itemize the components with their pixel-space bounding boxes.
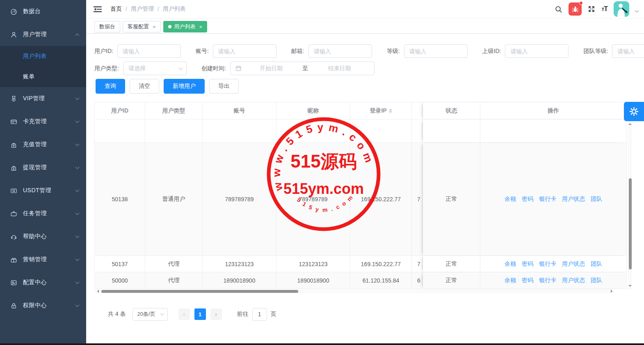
export-button[interactable]: 导出 (209, 79, 239, 94)
bug-report-button[interactable] (569, 2, 582, 16)
sidebar-item-dashboard[interactable]: 数据台 (0, 0, 86, 23)
chevron-down-icon (75, 303, 80, 307)
breadcrumb-home[interactable]: 首页 (110, 5, 122, 13)
query-button[interactable]: 查询 (96, 79, 125, 94)
team-level-input[interactable] (612, 44, 644, 58)
collapse-sidebar-icon[interactable] (93, 6, 102, 13)
vertical-scrollbar[interactable] (628, 121, 632, 289)
column-settings-button[interactable] (624, 102, 644, 121)
cell-login-ip: 169.150.222.77 (350, 143, 412, 255)
sidebar-item-withdraw-management[interactable]: 提现管理 (0, 156, 86, 179)
breadcrumb-user-management[interactable]: 用户管理 (131, 5, 154, 13)
fixed-columns (423, 120, 626, 143)
cell-actions (480, 120, 626, 143)
balance-link[interactable]: 余额 (505, 196, 516, 203)
chevron-down-icon (75, 96, 80, 100)
account-input[interactable] (213, 44, 276, 58)
vertical-scrollbar-thumb[interactable] (629, 178, 632, 269)
sidebar-item-help-center[interactable]: 帮助中心 (0, 225, 86, 248)
sidebar-item-card-recharge[interactable]: 卡充管理 (0, 110, 86, 133)
gear-icon (629, 107, 639, 116)
user-status-link[interactable]: 用户状态 (562, 196, 585, 203)
sidebar-item-recharge-management[interactable]: 充值管理 (0, 133, 86, 156)
sidebar-item-label: 帮助中心 (23, 233, 76, 240)
account-label: 账号: (196, 48, 209, 55)
page-size-select[interactable]: 20条/页 (132, 308, 168, 321)
cell-login-ip: 169.150.222.77 (350, 256, 412, 272)
horizontal-scrollbar[interactable] (95, 289, 614, 293)
scroll-right-arrow-icon[interactable] (611, 290, 614, 293)
sidebar-subitem-user-list[interactable]: 用户列表 (0, 46, 86, 67)
sidebar-item-user-management[interactable]: 用户管理 (0, 23, 86, 46)
user-type-select[interactable]: 请选择 (123, 62, 187, 75)
calendar-icon (235, 65, 242, 71)
search-icon[interactable] (555, 5, 562, 13)
level-input[interactable] (404, 44, 468, 58)
tab-customer-service-config[interactable]: 客服配置 × (123, 21, 161, 32)
bank-card-link[interactable]: 银行卡 (539, 277, 556, 284)
config-panel-icon (10, 279, 18, 287)
dashboard-icon (10, 8, 18, 16)
scroll-down-arrow-icon[interactable] (628, 285, 632, 288)
level-label: 等级: (387, 48, 400, 55)
password-link[interactable]: 密码 (522, 260, 533, 268)
clear-button[interactable]: 清空 (130, 79, 159, 94)
fixed-columns: 正常 余额 密码 银行卡 用户状态 团队 (423, 272, 626, 288)
user-table: 用户ID 用户类型 账号 昵称 登录IP 状态 操作 (94, 102, 627, 289)
scroll-up-arrow-icon[interactable] (628, 122, 632, 125)
user-type-label: 用户类型: (94, 65, 119, 72)
parent-id-input[interactable] (505, 44, 569, 58)
user-id-input[interactable] (117, 44, 181, 58)
password-link[interactable]: 密码 (522, 196, 533, 203)
goto-page-input[interactable] (252, 308, 267, 321)
cell-status: 正常 (423, 256, 480, 272)
scroll-left-arrow-icon[interactable] (96, 290, 99, 293)
email-input[interactable] (308, 44, 372, 58)
cell-user-id: 50138 (95, 143, 145, 255)
sidebar-item-config-center[interactable]: 配置中心 (0, 271, 86, 294)
next-page-button[interactable]: › (210, 308, 222, 320)
end-date-placeholder[interactable]: 结束日期 (310, 65, 369, 72)
balance-link[interactable]: 余额 (505, 277, 516, 284)
team-link[interactable]: 团队 (591, 277, 602, 284)
balance-link[interactable]: 余额 (505, 260, 516, 268)
bank-card-link[interactable]: 银行卡 (539, 196, 556, 203)
user-status-link[interactable]: 用户状态 (562, 260, 585, 268)
sidebar-item-label: 充值管理 (23, 141, 76, 148)
close-tab-icon[interactable]: × (153, 24, 156, 30)
user-status-link[interactable]: 用户状态 (562, 277, 585, 284)
tab-user-list[interactable]: 用户列表 × (163, 21, 208, 32)
sidebar-item-usdt-management[interactable]: USDT管理 (0, 179, 86, 202)
fixed-columns: 正常 余额 密码 银行卡 用户状态 团队 (423, 256, 626, 272)
team-link[interactable]: 团队 (591, 260, 602, 268)
view-tabs: 数据台 客服配置 × 用户列表 × (86, 18, 644, 34)
total-count: 共 4 条 (108, 310, 126, 318)
sidebar-item-task-management[interactable]: 任务管理 (0, 202, 86, 225)
team-link[interactable]: 团队 (591, 196, 602, 203)
password-link[interactable]: 密码 (522, 277, 533, 284)
horizontal-scrollbar-thumb[interactable] (101, 290, 298, 293)
caret-down-icon[interactable] (635, 8, 639, 12)
notification-dot (579, 1, 583, 5)
current-page-button[interactable]: 1 (194, 308, 206, 320)
bank-card-link[interactable]: 银行卡 (539, 260, 556, 268)
sidebar-item-permission-center[interactable]: 权限中心 (0, 294, 86, 317)
table-row (95, 120, 626, 143)
tab-dashboard[interactable]: 数据台 (94, 21, 120, 32)
create-time-range-picker[interactable]: 开始日期 至 结束日期 (230, 62, 375, 75)
col-login-ip[interactable]: 登录IP (350, 102, 412, 119)
add-user-button[interactable]: 新增用户 (164, 79, 205, 94)
sidebar-subitem-bills[interactable]: 账单 (0, 67, 86, 87)
avatar[interactable] (614, 1, 629, 17)
fullscreen-icon[interactable] (588, 5, 595, 13)
sort-carets-icon[interactable] (389, 107, 392, 115)
text-size-icon[interactable]: TT (601, 5, 607, 13)
chevron-down-icon (178, 66, 183, 70)
lock-icon (10, 302, 18, 310)
prev-page-button[interactable]: ‹ (178, 308, 190, 320)
sidebar-item-marketing-management[interactable]: 营销管理 (0, 248, 86, 271)
sidebar-item-vip-management[interactable]: VIP管理 (0, 87, 86, 110)
active-dot (168, 25, 171, 28)
start-date-placeholder[interactable]: 开始日期 (242, 65, 301, 72)
close-tab-icon[interactable]: × (199, 24, 203, 30)
